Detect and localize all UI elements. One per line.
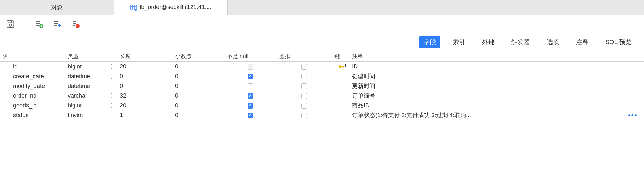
- field-virtual-cell: [276, 82, 332, 90]
- field-key-cell[interactable]: [332, 105, 349, 106]
- field-key-cell[interactable]: [332, 95, 349, 96]
- field-comment-cell[interactable]: 创建时间: [349, 72, 644, 81]
- nav-tab-triggers[interactable]: 触发器: [507, 36, 534, 48]
- field-name-cell[interactable]: modify_date: [0, 82, 65, 90]
- field-type-cell[interactable]: datetime⌃⌄: [65, 72, 117, 80]
- field-decimal-cell[interactable]: 0: [172, 102, 224, 110]
- header-not-null[interactable]: 不是 null: [224, 51, 276, 61]
- nav-tab-indexes[interactable]: 索引: [448, 36, 470, 48]
- field-comment-cell[interactable]: ID: [349, 63, 644, 71]
- field-decimal-cell[interactable]: 0: [172, 63, 224, 71]
- header-type[interactable]: 类型: [65, 51, 117, 61]
- field-decimal-cell[interactable]: 0: [172, 82, 224, 90]
- header-length[interactable]: 长度: [117, 51, 172, 61]
- field-comment-cell[interactable]: 订单编号: [349, 91, 644, 100]
- field-decimal-cell[interactable]: 0: [172, 111, 224, 119]
- save-button[interactable]: [5, 19, 16, 29]
- not-null-checkbox[interactable]: [248, 103, 253, 109]
- field-key-cell[interactable]: [332, 76, 349, 77]
- field-comment-text: 订单状态(1:待支付 2:支付成功 3:过期 4:取消...: [352, 111, 471, 119]
- add-field-button[interactable]: [34, 19, 45, 29]
- field-length-cell[interactable]: 0: [117, 72, 172, 80]
- toolbar-divider: [25, 19, 25, 29]
- virtual-checkbox[interactable]: [301, 103, 307, 109]
- toolbar: [0, 15, 644, 33]
- type-stepper[interactable]: ⌃⌄: [110, 113, 114, 117]
- field-name-cell[interactable]: create_date: [0, 72, 65, 80]
- delete-field-button[interactable]: [71, 19, 81, 29]
- add-field-icon: [35, 19, 44, 29]
- field-length-cell[interactable]: 20: [117, 102, 172, 110]
- field-length-cell[interactable]: 32: [117, 92, 172, 100]
- tab-objects[interactable]: 对象: [0, 0, 114, 15]
- svg-rect-0: [130, 5, 136, 10]
- field-virtual-cell: [276, 102, 332, 110]
- header-virtual[interactable]: 虚拟: [276, 51, 332, 61]
- not-null-checkbox[interactable]: [248, 93, 253, 99]
- table-header-row: 名 类型 长度 小数点 不是 null 虚拟 键 注释: [0, 51, 644, 62]
- virtual-checkbox[interactable]: [301, 93, 307, 99]
- header-name[interactable]: 名: [0, 51, 65, 61]
- type-stepper[interactable]: ⌃⌄: [110, 74, 114, 79]
- insert-field-button[interactable]: [52, 19, 63, 29]
- type-stepper[interactable]: ⌃⌄: [110, 103, 114, 108]
- field-type-cell[interactable]: datetime⌃⌄: [65, 82, 117, 90]
- nav-tab-comment[interactable]: 注释: [571, 36, 593, 48]
- more-icon[interactable]: •••: [628, 111, 637, 119]
- key-number: 1: [344, 63, 347, 68]
- virtual-checkbox[interactable]: [301, 83, 307, 89]
- field-name-cell[interactable]: order_no: [0, 92, 65, 100]
- nav-tab-options[interactable]: 选项: [542, 36, 564, 48]
- field-type-cell[interactable]: tinyint⌃⌄: [65, 111, 117, 119]
- fields-table: 名 类型 长度 小数点 不是 null 虚拟 键 注释 idbigint⌃⌄20…: [0, 51, 644, 120]
- not-null-checkbox[interactable]: [248, 83, 253, 89]
- virtual-checkbox[interactable]: [301, 113, 307, 118]
- nav-tabs: 字段 索引 外键 触发器 选项 注释 SQL 预览: [0, 33, 644, 51]
- header-comment[interactable]: 注释: [349, 51, 644, 61]
- field-name-cell[interactable]: id: [0, 63, 65, 71]
- type-stepper[interactable]: ⌃⌄: [110, 84, 114, 88]
- nav-tab-sql-preview[interactable]: SQL 预览: [601, 36, 636, 48]
- header-key[interactable]: 键: [332, 51, 349, 61]
- chevron-down-icon: ⌄: [110, 105, 113, 108]
- table-row[interactable]: idbigint⌃⌄2001ID: [0, 62, 644, 71]
- not-null-checkbox[interactable]: [248, 64, 253, 70]
- field-name-cell[interactable]: goods_id: [0, 102, 65, 110]
- field-type-cell[interactable]: bigint⌃⌄: [65, 102, 117, 110]
- field-length-cell[interactable]: 1: [117, 111, 172, 119]
- field-name-cell[interactable]: status: [0, 111, 65, 119]
- field-type-cell[interactable]: bigint⌃⌄: [65, 63, 117, 71]
- table-row[interactable]: create_datedatetime⌃⌄00创建时间: [0, 71, 644, 81]
- table-row[interactable]: statustinyint⌃⌄10订单状态(1:待支付 2:支付成功 3:过期 …: [0, 110, 644, 120]
- field-key-cell[interactable]: 1: [332, 62, 349, 71]
- field-decimal-cell[interactable]: 0: [172, 72, 224, 80]
- field-length-cell[interactable]: 0: [117, 82, 172, 90]
- field-comment-text: 创建时间: [352, 72, 375, 80]
- svg-rect-5: [8, 20, 12, 23]
- type-stepper[interactable]: ⌃⌄: [110, 64, 114, 69]
- not-null-checkbox[interactable]: [248, 113, 253, 118]
- field-comment-cell[interactable]: 订单状态(1:待支付 2:支付成功 3:过期 4:取消...•••: [349, 110, 644, 120]
- field-type-value: datetime: [68, 73, 90, 80]
- table-row[interactable]: modify_datedatetime⌃⌄00更新时间: [0, 81, 644, 91]
- tab-label: 对象: [51, 4, 63, 11]
- table-row[interactable]: goods_idbigint⌃⌄200商品ID: [0, 101, 644, 110]
- nav-tab-fields[interactable]: 字段: [419, 36, 440, 48]
- chevron-down-icon: ⌄: [110, 96, 113, 98]
- field-type-cell[interactable]: varchar⌃⌄: [65, 92, 117, 100]
- field-decimal-cell[interactable]: 0: [172, 92, 224, 100]
- field-type-value: bigint: [68, 63, 82, 70]
- table-row[interactable]: order_novarchar⌃⌄320订单编号: [0, 91, 644, 101]
- tab-table[interactable]: tb_order@seckill (121.41....: [114, 0, 228, 15]
- not-null-checkbox[interactable]: [248, 74, 253, 79]
- nav-tab-foreign-keys[interactable]: 外键: [477, 36, 499, 48]
- field-key-cell[interactable]: [332, 85, 349, 87]
- field-comment-cell[interactable]: 更新时间: [349, 81, 644, 91]
- header-decimal[interactable]: 小数点: [172, 51, 224, 61]
- field-length-cell[interactable]: 20: [117, 63, 172, 71]
- virtual-checkbox[interactable]: [301, 74, 307, 79]
- field-comment-cell[interactable]: 商品ID: [349, 101, 644, 110]
- virtual-checkbox[interactable]: [301, 64, 307, 70]
- field-key-cell[interactable]: [332, 115, 349, 116]
- type-stepper[interactable]: ⌃⌄: [110, 93, 114, 98]
